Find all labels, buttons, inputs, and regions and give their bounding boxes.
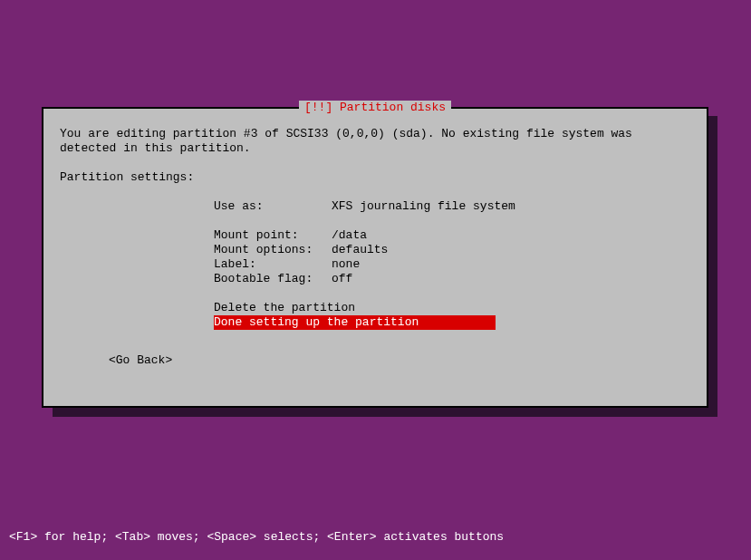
settings-header: Partition settings:: [60, 170, 690, 185]
setting-use-as[interactable]: Use as:XFS journaling file system: [214, 199, 690, 214]
dialog-description: You are editing partition #3 of SCSI33 (…: [60, 127, 690, 156]
mount-options-value: defaults: [332, 243, 388, 256]
use-as-value: XFS journaling file system: [332, 199, 515, 213]
partition-dialog: [!!] Partition disks You are editing par…: [42, 107, 708, 408]
delete-partition-action[interactable]: Delete the partition: [214, 301, 355, 315]
setting-mount-point[interactable]: Mount point:/data: [214, 228, 690, 243]
setting-label[interactable]: Label:none: [214, 257, 690, 272]
bootable-flag-value: off: [332, 272, 352, 285]
setting-mount-options[interactable]: Mount options:defaults: [214, 243, 690, 257]
done-setting-up-action[interactable]: Done setting up the partition: [214, 315, 496, 330]
bootable-flag-label: Bootable flag:: [214, 272, 332, 286]
mount-options-label: Mount options:: [214, 243, 332, 257]
label-label: Label:: [214, 257, 332, 272]
help-bar: <F1> for help; <Tab> moves; <Space> sele…: [9, 530, 504, 544]
use-as-label: Use as:: [214, 199, 332, 214]
go-back-button[interactable]: <Go Back>: [109, 353, 690, 368]
setting-bootable-flag[interactable]: Bootable flag:off: [214, 272, 690, 286]
mount-point-value: /data: [332, 228, 367, 242]
label-value: none: [332, 257, 360, 271]
mount-point-label: Mount point:: [214, 228, 332, 243]
